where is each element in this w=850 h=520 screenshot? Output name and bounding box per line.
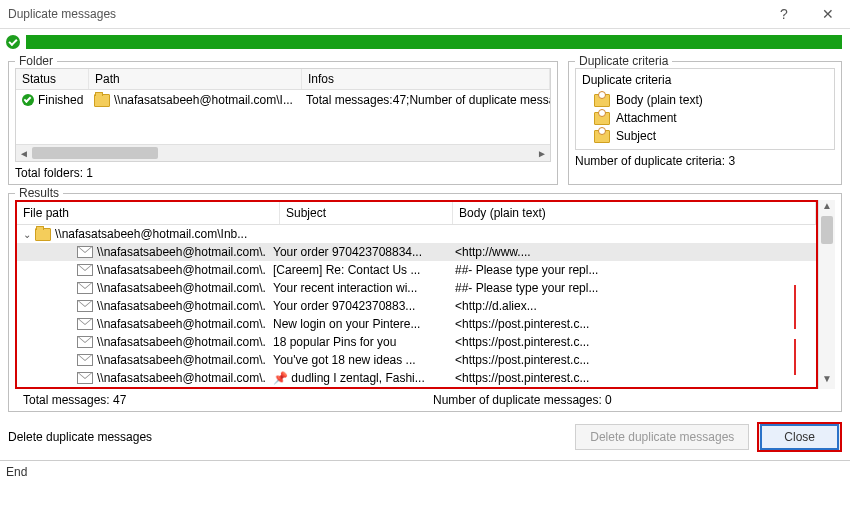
row-filepath: \\nafasatsabeeh@hotmail.com\...: [97, 281, 267, 295]
row-subject: Your order 97042370883...: [267, 299, 439, 313]
results-row[interactable]: \\nafasatsabeeh@hotmail.com\...📌 dudling…: [17, 369, 816, 387]
criteria-footer: Number of duplicate criteria: 3: [575, 154, 835, 168]
criteria-item[interactable]: Attachment: [582, 109, 828, 127]
criteria-icon: [594, 94, 610, 107]
criteria-item[interactable]: Subject: [582, 127, 828, 145]
row-filepath: \\nafasatsabeeh@hotmail.com\...: [97, 335, 267, 349]
row-subject: You've got 18 new ideas ...: [267, 353, 439, 367]
mail-icon: [77, 264, 93, 276]
row-subject: [Careem] Re: Contact Us ...: [267, 263, 439, 277]
results-row[interactable]: \\nafasatsabeeh@hotmail.com\...18 popula…: [17, 333, 816, 351]
mail-icon: [77, 318, 93, 330]
mail-icon: [77, 336, 93, 348]
row-body: <http://www....: [439, 245, 816, 259]
close-button[interactable]: Close: [760, 424, 839, 450]
row-body: <https://post.pinterest.c...: [439, 317, 816, 331]
hscroll-thumb[interactable]: [32, 147, 158, 159]
scroll-left-icon[interactable]: ◄: [16, 148, 32, 159]
scroll-right-icon[interactable]: ►: [534, 148, 550, 159]
caret-down-icon[interactable]: ⌄: [23, 229, 35, 240]
criteria-icon: [594, 130, 610, 143]
criteria-label: Attachment: [616, 111, 677, 125]
window-title: Duplicate messages: [8, 7, 116, 21]
delete-duplicates-button[interactable]: Delete duplicate messages: [575, 424, 749, 450]
row-filepath: \\nafasatsabeeh@hotmail.com\...: [97, 245, 267, 259]
bottom-bar: Delete duplicate messages Delete duplica…: [0, 412, 850, 460]
row-filepath: \\nafasatsabeeh@hotmail.com\...: [97, 353, 267, 367]
mail-icon: [77, 354, 93, 366]
folder-legend: Folder: [15, 54, 57, 68]
folder-infos: Total messages:47;Number of duplicate me…: [300, 90, 550, 110]
col-path[interactable]: Path: [89, 69, 302, 89]
criteria-box[interactable]: Duplicate criteria Body (plain text) Att…: [575, 68, 835, 150]
tree-root[interactable]: ⌄ \\nafasatsabeeh@hotmail.com\Inb...: [17, 225, 816, 243]
mail-icon: [77, 282, 93, 294]
criteria-title: Duplicate criteria: [582, 73, 828, 87]
folder-panel: Folder Status Path Infos Finished: [8, 61, 558, 185]
results-dupcount: Number of duplicate messages: 0: [433, 393, 835, 407]
results-legend: Results: [15, 186, 63, 200]
row-body: <http://d.aliex...: [439, 299, 816, 313]
col-infos[interactable]: Infos: [302, 69, 550, 89]
highlight-marker: [794, 339, 796, 375]
criteria-label: Body (plain text): [616, 93, 703, 107]
row-body: <https://post.pinterest.c...: [439, 353, 816, 367]
criteria-icon: [594, 112, 610, 125]
row-body: <https://post.pinterest.c...: [439, 371, 816, 385]
bottom-label: Delete duplicate messages: [8, 430, 567, 444]
row-filepath: \\nafasatsabeeh@hotmail.com\...: [97, 299, 267, 313]
results-total: Total messages: 47: [15, 393, 433, 407]
row-body: ##- Please type your repl...: [439, 263, 816, 277]
results-row[interactable]: \\nafasatsabeeh@hotmail.com\...You've go…: [17, 351, 816, 369]
folder-grid-header: Status Path Infos: [16, 69, 550, 90]
close-window-button[interactable]: ✕: [806, 0, 850, 28]
col-filepath[interactable]: File path: [17, 202, 280, 224]
folder-icon: [35, 228, 51, 241]
statusbar: End: [0, 460, 850, 483]
results-row[interactable]: \\nafasatsabeeh@hotmail.com\...Your rece…: [17, 279, 816, 297]
check-icon: [6, 35, 20, 49]
scroll-up-icon[interactable]: ▲: [819, 200, 835, 216]
row-filepath: \\nafasatsabeeh@hotmail.com\...: [97, 317, 267, 331]
results-row[interactable]: \\nafasatsabeeh@hotmail.com\...Your orde…: [17, 297, 816, 315]
criteria-label: Subject: [616, 129, 656, 143]
mail-icon: [77, 246, 93, 258]
results-panel: Results File path Subject Body (plain te…: [8, 193, 842, 412]
row-filepath: \\nafasatsabeeh@hotmail.com\...: [97, 263, 267, 277]
row-body: ##- Please type your repl...: [439, 281, 816, 295]
titlebar: Duplicate messages ? ✕: [0, 0, 850, 29]
col-status[interactable]: Status: [16, 69, 89, 89]
folder-row[interactable]: Finished \\nafasatsabeeh@hotmail.com\I..…: [16, 90, 550, 110]
tree-root-label: \\nafasatsabeeh@hotmail.com\Inb...: [55, 227, 247, 241]
close-button-highlight: Close: [757, 422, 842, 452]
row-subject: 📌 dudling I zentagl, Fashi...: [267, 371, 439, 385]
col-body[interactable]: Body (plain text): [453, 202, 816, 224]
col-subject[interactable]: Subject: [280, 202, 453, 224]
mail-icon: [77, 372, 93, 384]
criteria-panel: Duplicate criteria Duplicate criteria Bo…: [568, 61, 842, 185]
row-body: <https://post.pinterest.c...: [439, 335, 816, 349]
results-header: File path Subject Body (plain text): [17, 202, 816, 225]
folder-grid[interactable]: Status Path Infos Finished \\nafasatsabe…: [15, 68, 551, 162]
results-vscroll[interactable]: ▲ ▼: [818, 200, 835, 389]
results-row[interactable]: \\nafasatsabeeh@hotmail.com\...Your orde…: [17, 243, 816, 261]
criteria-item[interactable]: Body (plain text): [582, 91, 828, 109]
highlight-marker: [794, 285, 796, 329]
progress-row: [0, 29, 850, 55]
row-subject: 18 popular Pins for you: [267, 335, 439, 349]
status-check-icon: [22, 94, 34, 106]
folder-footer: Total folders: 1: [15, 166, 551, 180]
vscroll-thumb[interactable]: [821, 216, 833, 244]
help-button[interactable]: ?: [762, 0, 806, 28]
row-filepath: \\nafasatsabeeh@hotmail.com\...: [97, 371, 267, 385]
results-row[interactable]: \\nafasatsabeeh@hotmail.com\...New login…: [17, 315, 816, 333]
criteria-legend: Duplicate criteria: [575, 54, 672, 68]
row-subject: Your order 970423708834...: [267, 245, 439, 259]
results-row[interactable]: \\nafasatsabeeh@hotmail.com\...[Careem] …: [17, 261, 816, 279]
mail-icon: [77, 300, 93, 312]
scroll-down-icon[interactable]: ▼: [819, 373, 835, 389]
folder-hscroll[interactable]: ◄ ►: [16, 144, 550, 161]
progress-bar: [26, 35, 842, 49]
results-body[interactable]: ⌄ \\nafasatsabeeh@hotmail.com\Inb... \\n…: [17, 225, 816, 387]
folder-status: Finished: [38, 93, 83, 107]
